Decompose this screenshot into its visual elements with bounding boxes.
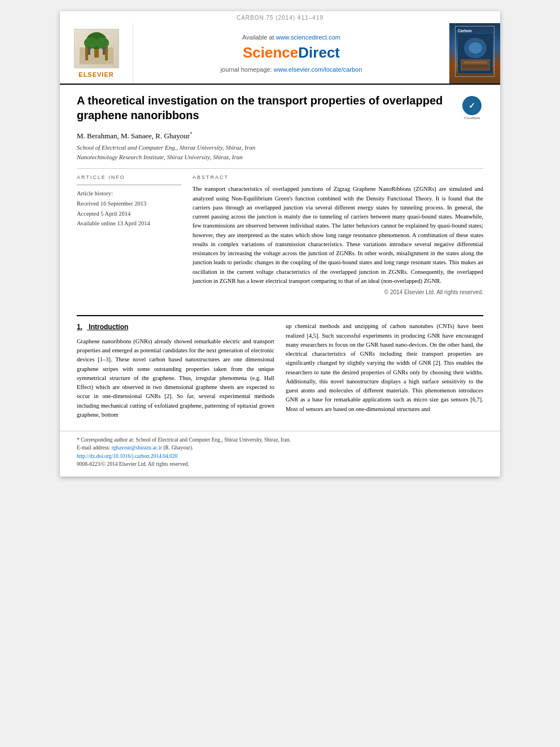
history-label: Article history: xyxy=(77,190,181,198)
elsevier-logo-area: ELSEVIER xyxy=(60,23,133,84)
email-link[interactable]: rghayour@shirazu.ac.ir xyxy=(112,445,162,451)
homepage-url[interactable]: www.elsevier.com/locate/carbon xyxy=(274,66,362,73)
svg-rect-8 xyxy=(88,50,90,55)
elsevier-brand: ELSEVIER xyxy=(78,71,113,78)
svg-rect-10 xyxy=(103,50,105,55)
affiliation-2: Nanotechnology Research Institute, Shira… xyxy=(77,152,483,162)
affiliation-1: School of Electrical and Computer Eng., … xyxy=(77,143,483,152)
issn-line: 0008-6223/© 2014 Elsevier Ltd. All right… xyxy=(77,460,483,468)
available-online-date: Available online 13 April 2014 xyxy=(77,220,181,228)
journal-info-center: Available at www.sciencedirect.com Scien… xyxy=(133,23,449,84)
available-text: Available at www.sciencedirect.com xyxy=(242,34,340,41)
copyright-line: © 2014 Elsevier Ltd. All rights reserved… xyxy=(193,289,483,295)
crossmark-area: ✓ CrossMark xyxy=(461,96,483,120)
received-date: Received 16 September 2013 xyxy=(77,200,181,208)
introduction-col1-text: Graphene nanoribbons (GNRs) already show… xyxy=(77,337,274,420)
journal-cover: Carbon xyxy=(449,23,500,84)
article-title: A theoretical investigation on the trans… xyxy=(77,93,455,123)
abstract-column: ABSTRACT The transport characteristics o… xyxy=(193,174,483,295)
accepted-date: Accepted 5 April 2014 xyxy=(77,210,181,219)
svg-point-6 xyxy=(95,37,109,49)
affiliations: School of Electrical and Computer Eng., … xyxy=(77,143,483,161)
svg-point-9 xyxy=(102,47,106,50)
doi-line: http://dx.doi.org/10.1016/j.carbon.2014.… xyxy=(77,452,483,460)
article-info-divider xyxy=(77,185,181,185)
abstract-label: ABSTRACT xyxy=(193,174,483,180)
journal-header: CARBON 75 (2014) 411–419 xyxy=(60,11,500,23)
crossmark-label: CrossMark xyxy=(463,116,480,120)
svg-rect-15 xyxy=(463,61,487,64)
cover-image: Carbon xyxy=(455,26,495,77)
svg-rect-16 xyxy=(462,65,488,68)
body-col-right: up chemical methods and unzipping of car… xyxy=(286,322,483,420)
abstract-text: The transport characteristics of overlap… xyxy=(193,185,483,286)
crossmark-icon[interactable]: ✓ xyxy=(462,96,482,115)
header-section: ELSEVIER Available at www.sciencedirect.… xyxy=(60,23,500,85)
body-col-left: 1. Introduction Graphene nanoribbons (GN… xyxy=(77,322,274,420)
svg-point-13 xyxy=(469,42,482,54)
sciencedirect-url[interactable]: www.sciencedirect.com xyxy=(276,34,340,41)
article-info-column: ARTICLE INFO Article history: Received 1… xyxy=(77,174,181,295)
body-divider xyxy=(77,315,483,316)
svg-point-7 xyxy=(88,47,91,50)
sciencedirect-brand: ScienceDirect xyxy=(243,44,340,62)
introduction-heading: 1. Introduction xyxy=(77,322,274,333)
email-line: E-mail address: rghayour@shirazu.ac.ir (… xyxy=(77,444,483,452)
introduction-col2-text: up chemical methods and unzipping of car… xyxy=(286,322,483,414)
homepage-text: journal homepage: www.elsevier.com/locat… xyxy=(221,66,362,73)
corresponding-note: * Corresponding author at: School of Ele… xyxy=(77,436,483,444)
body-columns: 1. Introduction Graphene nanoribbons (GN… xyxy=(60,322,500,431)
article-info-label: ARTICLE INFO xyxy=(77,174,181,180)
info-abstract-columns: ARTICLE INFO Article history: Received 1… xyxy=(77,174,483,295)
footnote-area: * Corresponding author at: School of Ele… xyxy=(60,431,500,477)
title-section: A theoretical investigation on the trans… xyxy=(77,93,483,125)
journal-citation: CARBON 75 (2014) 411–419 xyxy=(237,15,323,21)
authors-line: M. Berahman, M. Sanaee, R. Ghayour* xyxy=(77,131,483,141)
article-page: CARBON 75 (2014) 411–419 xyxy=(60,11,500,477)
elsevier-tree-graphic xyxy=(74,29,119,68)
doi-link[interactable]: http://dx.doi.org/10.1016/j.carbon.2014.… xyxy=(77,453,177,459)
header-divider xyxy=(77,168,483,169)
article-main: A theoretical investigation on the trans… xyxy=(60,85,500,307)
